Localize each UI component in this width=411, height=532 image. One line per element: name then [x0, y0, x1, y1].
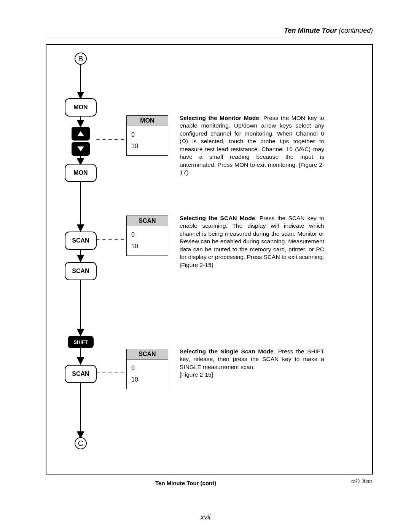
connector-b: B [75, 53, 87, 65]
scan-box-a-line2: 10 [131, 241, 163, 252]
scan-key-2: SCAN [65, 262, 97, 280]
mon-box-line1: 0 [131, 129, 163, 141]
scan-description: Selecting the SCAN Mode. Press the SCAN … [180, 214, 324, 269]
header-rule [46, 37, 373, 37]
single-scan-description: Selecting the Single Scan Mode. Press th… [180, 348, 324, 379]
connector-c: C [75, 437, 87, 449]
mon-box-title: MON [127, 116, 168, 126]
arrow-up-key [72, 127, 90, 141]
scan-key-1: SCAN [65, 232, 97, 250]
arrow-down-key [72, 142, 90, 156]
mon-box-line2: 10 [131, 141, 163, 152]
diagram-frame: B C MON MON MON 0 10 Selecting the Monit… [46, 44, 373, 474]
scan-box-a-title: SCAN [127, 216, 168, 226]
shift-key: SHIFT [68, 336, 94, 348]
figure-caption: Ten Minute Tour (cont) [155, 480, 216, 486]
header-title: Ten Minute Tour [284, 27, 337, 34]
mon-description: Selecting the Monitor Mode. Press the MO… [180, 114, 324, 177]
eps-filename: op79_3f.eps [351, 479, 372, 483]
page-header: Ten Minute Tour (continued) [46, 27, 373, 35]
scan-box-b-line2: 10 [131, 374, 163, 385]
mon-key-bottom: MON [65, 164, 97, 182]
mon-key-top: MON [65, 98, 97, 117]
arrow-up-icon [76, 130, 85, 137]
scan-key-3: SCAN [65, 365, 97, 383]
scan-box-b-line1: 0 [131, 363, 163, 374]
arrow-down-icon [76, 145, 85, 152]
page-number: xvii [0, 513, 411, 521]
scan-channel-box-a: SCAN 0 10 [126, 216, 168, 256]
page: Ten Minute Tour (continued) B [0, 0, 411, 532]
mon-channel-box: MON 0 10 [126, 115, 168, 156]
scan-channel-box-b: SCAN 0 10 [126, 349, 168, 389]
scan-box-a-line1: 0 [131, 229, 163, 241]
scan-box-b-title: SCAN [127, 349, 168, 359]
header-continued: (continued) [337, 27, 373, 34]
